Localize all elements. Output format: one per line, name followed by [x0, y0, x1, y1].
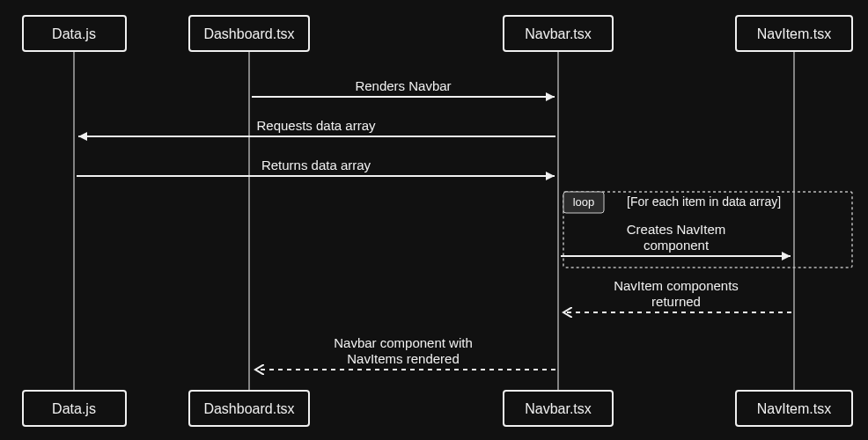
loop-condition: [For each item in data array] [627, 194, 781, 209]
participant-top-dashboard: Dashboard.tsx [189, 16, 309, 51]
message-text-line2: NavItems rendered [347, 351, 460, 366]
participant-label: NavItem.tsx [757, 401, 831, 416]
loop-label: loop [573, 195, 595, 209]
participant-label: Dashboard.tsx [203, 401, 294, 416]
message-text-line1: Creates NavItem [627, 222, 726, 237]
message-navbar-rendered: Navbar component with NavItems rendered [255, 335, 555, 370]
participant-label: Data.js [52, 401, 96, 416]
participant-label: Data.js [52, 26, 96, 41]
participant-bottom-navbar: Navbar.tsx [504, 391, 613, 426]
participant-top-data: Data.js [23, 16, 126, 51]
participant-label: Navbar.tsx [525, 26, 592, 41]
participant-bottom-dashboard: Dashboard.tsx [189, 391, 309, 426]
sequence-diagram: Data.js Dashboard.tsx Navbar.tsx NavItem… [0, 0, 868, 440]
message-text-line2: component [644, 238, 710, 253]
message-text-line1: Navbar component with [334, 335, 473, 350]
message-text: Requests data array [256, 118, 376, 133]
message-text: Returns data array [261, 158, 371, 172]
participant-top-navbar: Navbar.tsx [504, 16, 613, 51]
message-navitems-returned: NavItem components returned [563, 278, 791, 312]
participant-label: Dashboard.tsx [203, 26, 294, 41]
participant-bottom-navitem: NavItem.tsx [736, 391, 852, 426]
message-renders-navbar: Renders Navbar [252, 78, 555, 97]
participant-top-navitem: NavItem.tsx [736, 16, 852, 51]
message-text-line2: returned [651, 294, 701, 309]
message-creates-navitem: Creates NavItem component [561, 222, 791, 256]
message-returns-data: Returns data array [77, 158, 555, 176]
message-requests-data: Requests data array [78, 118, 555, 136]
participant-bottom-data: Data.js [23, 391, 126, 426]
participant-label: NavItem.tsx [757, 26, 831, 41]
message-text: Renders Navbar [355, 78, 451, 93]
message-text-line1: NavItem components [614, 278, 739, 293]
participant-label: Navbar.tsx [525, 401, 592, 416]
